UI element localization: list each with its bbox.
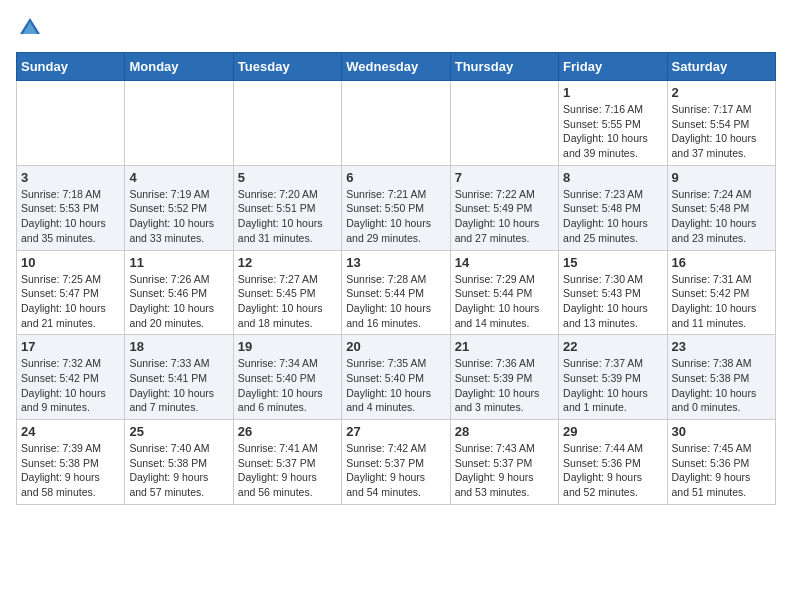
day-number: 11 (129, 255, 228, 270)
day-info: Sunrise: 7:16 AMSunset: 5:55 PMDaylight:… (563, 103, 648, 159)
calendar-header-row: SundayMondayTuesdayWednesdayThursdayFrid… (17, 53, 776, 81)
week-row-2: 3Sunrise: 7:18 AMSunset: 5:53 PMDaylight… (17, 165, 776, 250)
day-info: Sunrise: 7:36 AMSunset: 5:39 PMDaylight:… (455, 357, 540, 413)
col-header-monday: Monday (125, 53, 233, 81)
day-number: 2 (672, 85, 771, 100)
day-cell: 3Sunrise: 7:18 AMSunset: 5:53 PMDaylight… (17, 165, 125, 250)
logo (16, 16, 42, 40)
day-info: Sunrise: 7:17 AMSunset: 5:54 PMDaylight:… (672, 103, 757, 159)
day-info: Sunrise: 7:22 AMSunset: 5:49 PMDaylight:… (455, 188, 540, 244)
header (16, 16, 776, 40)
day-number: 17 (21, 339, 120, 354)
col-header-wednesday: Wednesday (342, 53, 450, 81)
day-info: Sunrise: 7:34 AMSunset: 5:40 PMDaylight:… (238, 357, 323, 413)
day-cell: 20Sunrise: 7:35 AMSunset: 5:40 PMDayligh… (342, 335, 450, 420)
day-cell: 16Sunrise: 7:31 AMSunset: 5:42 PMDayligh… (667, 250, 775, 335)
day-info: Sunrise: 7:41 AMSunset: 5:37 PMDaylight:… (238, 442, 318, 498)
day-info: Sunrise: 7:24 AMSunset: 5:48 PMDaylight:… (672, 188, 757, 244)
logo-icon (18, 16, 42, 40)
day-cell: 7Sunrise: 7:22 AMSunset: 5:49 PMDaylight… (450, 165, 558, 250)
day-info: Sunrise: 7:32 AMSunset: 5:42 PMDaylight:… (21, 357, 106, 413)
day-info: Sunrise: 7:29 AMSunset: 5:44 PMDaylight:… (455, 273, 540, 329)
day-number: 6 (346, 170, 445, 185)
day-info: Sunrise: 7:42 AMSunset: 5:37 PMDaylight:… (346, 442, 426, 498)
day-info: Sunrise: 7:30 AMSunset: 5:43 PMDaylight:… (563, 273, 648, 329)
day-cell: 10Sunrise: 7:25 AMSunset: 5:47 PMDayligh… (17, 250, 125, 335)
day-info: Sunrise: 7:20 AMSunset: 5:51 PMDaylight:… (238, 188, 323, 244)
day-number: 26 (238, 424, 337, 439)
day-number: 3 (21, 170, 120, 185)
day-cell: 13Sunrise: 7:28 AMSunset: 5:44 PMDayligh… (342, 250, 450, 335)
day-number: 20 (346, 339, 445, 354)
day-number: 4 (129, 170, 228, 185)
day-cell: 27Sunrise: 7:42 AMSunset: 5:37 PMDayligh… (342, 420, 450, 505)
day-number: 29 (563, 424, 662, 439)
day-cell: 18Sunrise: 7:33 AMSunset: 5:41 PMDayligh… (125, 335, 233, 420)
day-number: 7 (455, 170, 554, 185)
day-cell: 30Sunrise: 7:45 AMSunset: 5:36 PMDayligh… (667, 420, 775, 505)
day-cell (125, 81, 233, 166)
day-info: Sunrise: 7:37 AMSunset: 5:39 PMDaylight:… (563, 357, 648, 413)
day-info: Sunrise: 7:28 AMSunset: 5:44 PMDaylight:… (346, 273, 431, 329)
day-cell: 12Sunrise: 7:27 AMSunset: 5:45 PMDayligh… (233, 250, 341, 335)
day-cell: 26Sunrise: 7:41 AMSunset: 5:37 PMDayligh… (233, 420, 341, 505)
day-cell: 29Sunrise: 7:44 AMSunset: 5:36 PMDayligh… (559, 420, 667, 505)
day-info: Sunrise: 7:35 AMSunset: 5:40 PMDaylight:… (346, 357, 431, 413)
week-row-3: 10Sunrise: 7:25 AMSunset: 5:47 PMDayligh… (17, 250, 776, 335)
day-number: 30 (672, 424, 771, 439)
col-header-thursday: Thursday (450, 53, 558, 81)
col-header-sunday: Sunday (17, 53, 125, 81)
week-row-5: 24Sunrise: 7:39 AMSunset: 5:38 PMDayligh… (17, 420, 776, 505)
page: SundayMondayTuesdayWednesdayThursdayFrid… (0, 0, 792, 521)
day-number: 14 (455, 255, 554, 270)
day-info: Sunrise: 7:45 AMSunset: 5:36 PMDaylight:… (672, 442, 752, 498)
day-cell: 15Sunrise: 7:30 AMSunset: 5:43 PMDayligh… (559, 250, 667, 335)
week-row-1: 1Sunrise: 7:16 AMSunset: 5:55 PMDaylight… (17, 81, 776, 166)
day-cell: 4Sunrise: 7:19 AMSunset: 5:52 PMDaylight… (125, 165, 233, 250)
day-info: Sunrise: 7:44 AMSunset: 5:36 PMDaylight:… (563, 442, 643, 498)
day-number: 18 (129, 339, 228, 354)
day-cell: 17Sunrise: 7:32 AMSunset: 5:42 PMDayligh… (17, 335, 125, 420)
day-number: 8 (563, 170, 662, 185)
day-number: 27 (346, 424, 445, 439)
day-cell: 11Sunrise: 7:26 AMSunset: 5:46 PMDayligh… (125, 250, 233, 335)
day-info: Sunrise: 7:21 AMSunset: 5:50 PMDaylight:… (346, 188, 431, 244)
day-number: 10 (21, 255, 120, 270)
day-info: Sunrise: 7:25 AMSunset: 5:47 PMDaylight:… (21, 273, 106, 329)
day-cell: 25Sunrise: 7:40 AMSunset: 5:38 PMDayligh… (125, 420, 233, 505)
day-cell: 23Sunrise: 7:38 AMSunset: 5:38 PMDayligh… (667, 335, 775, 420)
day-cell: 5Sunrise: 7:20 AMSunset: 5:51 PMDaylight… (233, 165, 341, 250)
day-number: 24 (21, 424, 120, 439)
day-cell (233, 81, 341, 166)
day-cell: 19Sunrise: 7:34 AMSunset: 5:40 PMDayligh… (233, 335, 341, 420)
day-cell: 21Sunrise: 7:36 AMSunset: 5:39 PMDayligh… (450, 335, 558, 420)
day-number: 9 (672, 170, 771, 185)
col-header-saturday: Saturday (667, 53, 775, 81)
day-info: Sunrise: 7:38 AMSunset: 5:38 PMDaylight:… (672, 357, 757, 413)
day-info: Sunrise: 7:23 AMSunset: 5:48 PMDaylight:… (563, 188, 648, 244)
day-number: 16 (672, 255, 771, 270)
day-info: Sunrise: 7:27 AMSunset: 5:45 PMDaylight:… (238, 273, 323, 329)
day-info: Sunrise: 7:18 AMSunset: 5:53 PMDaylight:… (21, 188, 106, 244)
day-cell: 24Sunrise: 7:39 AMSunset: 5:38 PMDayligh… (17, 420, 125, 505)
day-cell (17, 81, 125, 166)
day-number: 28 (455, 424, 554, 439)
day-cell: 8Sunrise: 7:23 AMSunset: 5:48 PMDaylight… (559, 165, 667, 250)
day-number: 22 (563, 339, 662, 354)
day-cell: 2Sunrise: 7:17 AMSunset: 5:54 PMDaylight… (667, 81, 775, 166)
day-number: 1 (563, 85, 662, 100)
day-number: 21 (455, 339, 554, 354)
day-number: 19 (238, 339, 337, 354)
day-number: 23 (672, 339, 771, 354)
day-info: Sunrise: 7:33 AMSunset: 5:41 PMDaylight:… (129, 357, 214, 413)
day-cell: 22Sunrise: 7:37 AMSunset: 5:39 PMDayligh… (559, 335, 667, 420)
day-cell: 1Sunrise: 7:16 AMSunset: 5:55 PMDaylight… (559, 81, 667, 166)
day-info: Sunrise: 7:39 AMSunset: 5:38 PMDaylight:… (21, 442, 101, 498)
day-cell (342, 81, 450, 166)
day-info: Sunrise: 7:31 AMSunset: 5:42 PMDaylight:… (672, 273, 757, 329)
day-cell: 9Sunrise: 7:24 AMSunset: 5:48 PMDaylight… (667, 165, 775, 250)
day-cell: 28Sunrise: 7:43 AMSunset: 5:37 PMDayligh… (450, 420, 558, 505)
day-number: 5 (238, 170, 337, 185)
day-number: 15 (563, 255, 662, 270)
day-info: Sunrise: 7:40 AMSunset: 5:38 PMDaylight:… (129, 442, 209, 498)
